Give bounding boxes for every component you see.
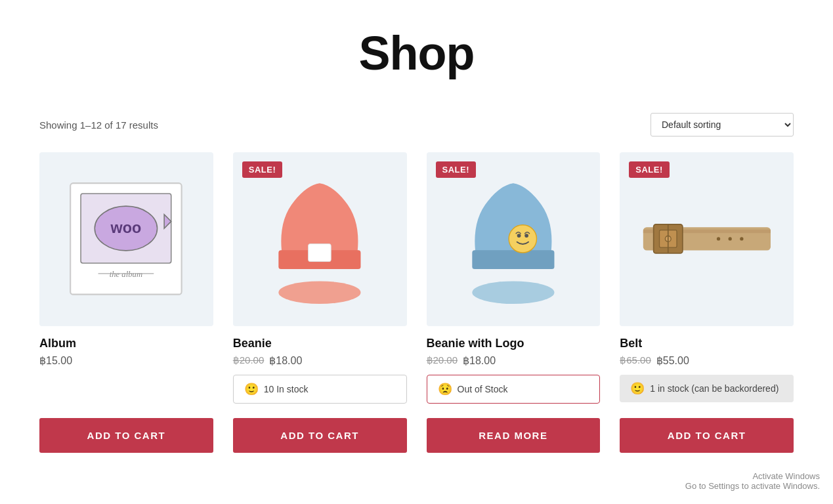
- shop-toolbar: Showing 1–12 of 17 results Default sorti…: [39, 113, 794, 136]
- products-grid: woo the album Album฿15.00ADD TO CART SAL…: [39, 152, 794, 453]
- stock-badge: 🙂1 in stock (can be backordered): [620, 375, 794, 402]
- sale-badge: SALE!: [436, 161, 477, 178]
- add-to-cart-button-album[interactable]: ADD TO CART: [39, 418, 213, 453]
- svg-text:woo: woo: [110, 220, 142, 237]
- price-new: ฿18.00: [463, 354, 496, 367]
- product-price: ฿20.00฿18.00: [427, 354, 601, 367]
- product-image-album[interactable]: woo the album: [39, 152, 213, 326]
- stock-icon: 🙂: [244, 382, 259, 396]
- no-stock-spacer: [39, 375, 213, 409]
- svg-point-21: [717, 238, 720, 241]
- product-card-beanie-logo: SALE!Beanie with Logo฿20.00฿18.00😟Out of…: [427, 152, 601, 453]
- price-regular: ฿15.00: [39, 354, 72, 367]
- svg-point-12: [509, 225, 536, 253]
- product-price: ฿20.00฿18.00: [233, 354, 407, 367]
- add-to-cart-button-beanie[interactable]: ADD TO CART: [233, 418, 407, 453]
- stock-badge: 😟Out of Stock: [427, 375, 601, 404]
- svg-rect-9: [309, 244, 331, 262]
- sort-select[interactable]: Default sortingSort by popularitySort by…: [651, 113, 794, 136]
- price-old: ฿20.00: [233, 354, 265, 366]
- price-old: ฿20.00: [427, 354, 458, 366]
- product-price: ฿15.00: [39, 354, 213, 367]
- stock-text: Out of Stock: [458, 384, 508, 394]
- svg-point-14: [524, 234, 528, 238]
- product-price: ฿65.00฿55.00: [620, 354, 794, 367]
- price-new: ฿18.00: [269, 354, 302, 367]
- price-old: ฿65.00: [620, 354, 651, 366]
- sale-badge: SALE!: [629, 161, 670, 178]
- add-to-cart-button-belt[interactable]: ADD TO CART: [620, 418, 794, 453]
- read-more-button-beanie-logo[interactable]: READ MORE: [427, 418, 601, 453]
- svg-point-23: [740, 238, 743, 241]
- stock-text: 10 In stock: [264, 384, 309, 394]
- product-name: Beanie with Logo: [427, 337, 601, 350]
- product-name: Beanie: [233, 337, 407, 350]
- product-image-belt[interactable]: SALE!: [620, 152, 794, 326]
- page-title: Shop: [39, 0, 794, 113]
- svg-point-7: [279, 282, 361, 304]
- svg-point-22: [728, 238, 731, 241]
- product-card-belt: SALE!Belt฿65.00฿55.00🙂1 in stock (can be…: [620, 152, 794, 453]
- sale-badge: SALE!: [242, 161, 283, 178]
- product-name: Belt: [620, 337, 794, 350]
- results-count: Showing 1–12 of 17 results: [39, 119, 158, 131]
- svg-rect-11: [472, 251, 554, 270]
- product-name: Album: [39, 337, 213, 350]
- product-card-beanie: SALE!Beanie฿20.00฿18.00🙂10 In stockADD T…: [233, 152, 407, 453]
- product-card-album: woo the album Album฿15.00ADD TO CART: [39, 152, 213, 453]
- product-image-beanie-logo[interactable]: SALE!: [427, 152, 601, 326]
- price-new: ฿55.00: [656, 354, 689, 367]
- stock-badge: 🙂10 In stock: [233, 375, 407, 404]
- stock-icon: 😟: [438, 382, 452, 396]
- svg-text:the album: the album: [110, 270, 142, 280]
- svg-point-13: [517, 234, 521, 238]
- stock-icon: 🙂: [630, 381, 645, 396]
- product-image-beanie[interactable]: SALE!: [233, 152, 407, 326]
- stock-text: 1 in stock (can be backordered): [650, 383, 779, 394]
- svg-point-10: [472, 282, 554, 304]
